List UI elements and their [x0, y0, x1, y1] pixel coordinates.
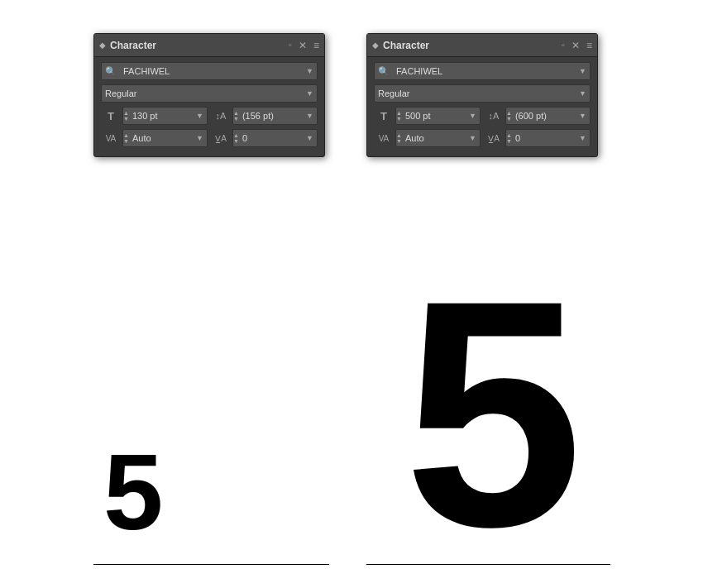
- font-style-input-right[interactable]: [375, 88, 576, 98]
- font-size-input-right[interactable]: [402, 111, 466, 121]
- tracking-input-left[interactable]: [239, 133, 303, 143]
- kerning-field-left[interactable]: ▲ ▼ ▼: [122, 129, 208, 147]
- leading-spinners-right[interactable]: ▲ ▼: [506, 108, 512, 124]
- kerning-down-right[interactable]: ▼: [396, 138, 402, 144]
- menu-icon-right[interactable]: ≡: [586, 40, 592, 51]
- char-small: 5: [103, 438, 163, 546]
- font-size-up-left[interactable]: ▲: [123, 110, 129, 116]
- leading-input-left[interactable]: [239, 111, 303, 121]
- kerning-spinners-left[interactable]: ▲ ▼: [123, 130, 129, 146]
- tracking-group-right: V̲A ▲ ▼ ▼: [484, 129, 591, 147]
- font-style-row-left: ▼: [101, 84, 318, 103]
- font-size-field-left[interactable]: ▲ ▼ ▼: [122, 107, 208, 125]
- character-panel-right: ◆ Character « ✕ ≡ 🔍 ▼ ▼ T: [366, 33, 598, 157]
- font-size-spinners-right[interactable]: ▲ ▼: [396, 108, 402, 124]
- font-size-down-right[interactable]: ▼: [396, 116, 402, 122]
- leading-dropdown-right[interactable]: ▼: [576, 112, 590, 120]
- font-name-field-left[interactable]: 🔍 ▼: [101, 62, 318, 80]
- tracking-field-left[interactable]: ▲ ▼ ▼: [232, 129, 318, 147]
- tracking-field-right[interactable]: ▲ ▼ ▼: [505, 129, 591, 147]
- font-name-dropdown-left[interactable]: ▼: [303, 67, 317, 75]
- font-name-row-left: 🔍 ▼: [101, 62, 318, 80]
- font-name-row-right: 🔍 ▼: [374, 62, 591, 80]
- font-size-dropdown-right[interactable]: ▼: [466, 112, 480, 120]
- search-icon-right: 🔍: [375, 66, 393, 77]
- leading-down-right[interactable]: ▼: [506, 116, 512, 122]
- kerning-tracking-row-right: VA ▲ ▼ ▼ V̲A ▲ ▼: [374, 129, 591, 147]
- leading-up-left[interactable]: ▲: [233, 110, 239, 116]
- panel-header-right: ◆ Character « ✕ ≡: [367, 34, 597, 57]
- char-large: 5: [404, 252, 583, 575]
- baseline-left: [93, 564, 329, 565]
- kerning-input-left[interactable]: [129, 133, 193, 143]
- font-name-field-right[interactable]: 🔍 ▼: [374, 62, 591, 80]
- menu-icon-left[interactable]: ≡: [313, 40, 319, 51]
- font-style-dropdown-right[interactable]: ▼: [576, 89, 590, 98]
- size-leading-row-right: T ▲ ▼ ▼ ↕A ▲ ▼ ▼: [374, 107, 591, 125]
- close-icon-right[interactable]: ✕: [571, 40, 580, 51]
- kerning-tracking-row-left: VA ▲ ▼ ▼ V̲A ▲ ▼: [101, 129, 318, 147]
- font-style-field-left[interactable]: ▼: [101, 84, 318, 103]
- baseline-right: [366, 564, 610, 565]
- tracking-icon-right: V̲A: [484, 134, 504, 143]
- kerning-spinners-right[interactable]: ▲ ▼: [396, 130, 402, 146]
- font-size-up-right[interactable]: ▲: [396, 110, 402, 116]
- leading-icon-right: ↕A: [484, 111, 504, 121]
- kerning-icon-right: VA: [374, 134, 394, 143]
- kerning-down-left[interactable]: ▼: [123, 138, 129, 144]
- font-size-dropdown-left[interactable]: ▼: [193, 112, 207, 120]
- tracking-group-left: V̲A ▲ ▼ ▼: [211, 129, 318, 147]
- font-name-input-left[interactable]: [120, 66, 303, 76]
- tracking-down-left[interactable]: ▼: [233, 138, 239, 144]
- size-leading-row-left: T ▲ ▼ ▼ ↕A ▲ ▼ ▼: [101, 107, 318, 125]
- font-name-input-right[interactable]: [393, 66, 576, 76]
- kerning-input-right[interactable]: [402, 133, 466, 143]
- font-name-dropdown-right[interactable]: ▼: [576, 67, 590, 75]
- tracking-up-right[interactable]: ▲: [506, 132, 512, 138]
- panel-icon-right: ◆: [372, 41, 379, 50]
- tracking-input-right[interactable]: [512, 133, 576, 143]
- font-size-spinners-left[interactable]: ▲ ▼: [123, 108, 129, 124]
- leading-down-left[interactable]: ▼: [233, 116, 239, 122]
- tracking-spinners-right[interactable]: ▲ ▼: [506, 130, 512, 146]
- leading-group-right: ↕A ▲ ▼ ▼: [484, 107, 591, 125]
- font-size-group-left: T ▲ ▼ ▼: [101, 107, 208, 125]
- tracking-down-right[interactable]: ▼: [506, 138, 512, 144]
- leading-input-right[interactable]: [512, 111, 576, 121]
- close-icon-left[interactable]: ✕: [299, 40, 307, 51]
- leading-field-left[interactable]: ▲ ▼ ▼: [232, 107, 318, 125]
- leading-up-right[interactable]: ▲: [506, 110, 512, 116]
- leading-dropdown-left[interactable]: ▼: [303, 112, 317, 120]
- kerning-up-left[interactable]: ▲: [123, 132, 129, 138]
- kerning-group-right: VA ▲ ▼ ▼: [374, 129, 481, 147]
- tracking-dropdown-left[interactable]: ▼: [303, 134, 317, 142]
- font-style-row-right: ▼: [374, 84, 591, 103]
- tracking-icon-left: V̲A: [211, 134, 231, 143]
- kerning-up-right[interactable]: ▲: [396, 132, 402, 138]
- font-size-group-right: T ▲ ▼ ▼: [374, 107, 481, 125]
- leading-field-right[interactable]: ▲ ▼ ▼: [505, 107, 591, 125]
- font-style-dropdown-left[interactable]: ▼: [303, 89, 317, 98]
- leading-group-left: ↕A ▲ ▼ ▼: [211, 107, 318, 125]
- kerning-field-right[interactable]: ▲ ▼ ▼: [395, 129, 481, 147]
- font-size-icon-right: T: [374, 110, 394, 122]
- search-icon-left: 🔍: [102, 66, 120, 77]
- font-style-input-left[interactable]: [102, 88, 303, 98]
- leading-spinners-left[interactable]: ▲ ▼: [233, 108, 239, 124]
- kerning-group-left: VA ▲ ▼ ▼: [101, 129, 208, 147]
- font-size-down-left[interactable]: ▼: [123, 116, 129, 122]
- kerning-icon-left: VA: [101, 134, 121, 143]
- kerning-dropdown-left[interactable]: ▼: [193, 134, 207, 142]
- panel-header-left: ◆ Character « ✕ ≡: [94, 34, 324, 57]
- font-style-field-right[interactable]: ▼: [374, 84, 591, 103]
- leading-icon-left: ↕A: [211, 111, 231, 121]
- font-size-input-left[interactable]: [129, 111, 193, 121]
- panel-icon-left: ◆: [99, 41, 106, 50]
- tracking-up-left[interactable]: ▲: [233, 132, 239, 138]
- resize-icon-right[interactable]: «: [562, 41, 565, 49]
- font-size-field-right[interactable]: ▲ ▼ ▼: [395, 107, 481, 125]
- kerning-dropdown-right[interactable]: ▼: [466, 134, 480, 142]
- tracking-spinners-left[interactable]: ▲ ▼: [233, 130, 239, 146]
- resize-icon-left[interactable]: «: [289, 41, 292, 49]
- tracking-dropdown-right[interactable]: ▼: [576, 134, 590, 142]
